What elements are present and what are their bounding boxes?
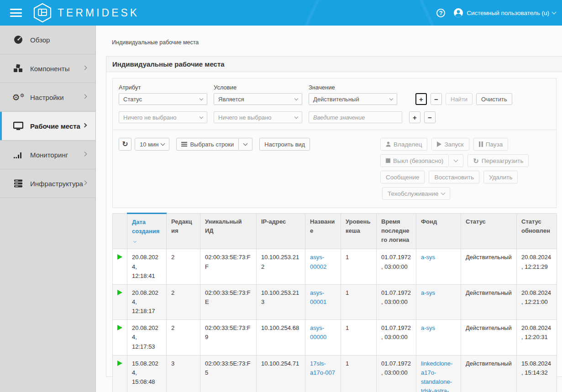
restore-button[interactable]: Восстановить (429, 171, 479, 183)
pool-link[interactable]: linkedclone-a17o-standalone-tdsk-astra-1… (421, 360, 456, 392)
chevron-down-icon (243, 141, 248, 146)
help-icon[interactable]: ? (436, 9, 445, 17)
column-header-pool[interactable]: Фонд (416, 214, 461, 249)
value-select[interactable]: Действительный (309, 93, 397, 105)
running-play-icon (117, 325, 122, 330)
attribute-label: Атрибут (119, 84, 207, 91)
refresh-button[interactable]: ↻ (119, 138, 131, 151)
clear-button[interactable]: Очистить (476, 93, 512, 105)
cell-status: Действительный (461, 284, 517, 319)
condition-select[interactable]: Является (214, 93, 302, 105)
column-header-status[interactable]: Статус (461, 214, 517, 249)
owner-button[interactable]: Владелец (380, 138, 427, 151)
column-header-uid[interactable]: Уникальный ИД (200, 214, 257, 249)
maintenance-dropdown-button[interactable]: Техобслуживание (382, 187, 450, 200)
play-icon (437, 141, 441, 147)
attribute-select-2[interactable]: Ничего не выбрано (119, 111, 207, 123)
chevron-down-icon (200, 96, 203, 100)
cell-cache-level: 1 (341, 320, 377, 355)
attribute-select[interactable]: Статус (119, 93, 207, 105)
attribute-value: Статус (123, 96, 142, 103)
owner-label: Владелец (394, 141, 422, 148)
chevron-down-icon (200, 115, 203, 118)
workplace-link[interactable]: asys-00001 (310, 289, 326, 305)
sidebar-item-monitoring[interactable]: Мониторинг (0, 141, 95, 169)
configure-view-button[interactable]: Настроить вид (259, 138, 310, 151)
main-content: Индивидуальные рабочие места Индивидуаль… (96, 26, 562, 392)
cell-last-login: 01.07.1972, 03:00:00 (377, 320, 416, 355)
column-header-ip[interactable]: IP-адрес (257, 214, 305, 249)
cell-created: 15.08.2024, 15:08:48 (127, 355, 167, 392)
start-label: Запуск (444, 141, 463, 148)
page-title: Индивидуальные рабочие места (106, 57, 562, 72)
sidebar-item-workplaces[interactable]: Рабочие места (0, 112, 95, 141)
filter-section: Атрибут Статус Условие Является (113, 78, 556, 130)
cell-name: asys-00002 (305, 249, 341, 284)
table-row[interactable]: 20.08.2024, 12:18:41202:00:33:5E:73:FF10… (113, 249, 557, 284)
select-rows-dropdown-button[interactable] (239, 138, 252, 151)
workplace-link[interactable]: asys-00002 (310, 254, 326, 270)
sidebar-item-overview[interactable]: Обзор (0, 26, 95, 54)
cell-ip: 10.100.254.71 (257, 355, 305, 392)
condition-select-2[interactable]: Ничего не выбрано (214, 111, 302, 123)
value-input[interactable] (309, 111, 402, 123)
shutdown-safe-label: Выкл (безопасно) (393, 157, 443, 164)
add-filter-button-2[interactable]: + (409, 111, 420, 123)
sidebar-item-components[interactable]: Компоненты (0, 54, 95, 83)
select-rows-button[interactable]: Выбрать строки (176, 138, 239, 151)
maintenance-label: Техобслуживание (388, 190, 439, 197)
column-header-revision[interactable]: Редакция (167, 214, 200, 249)
message-button[interactable]: Сообщение (380, 171, 425, 183)
remove-filter-button-2[interactable]: − (424, 111, 436, 123)
sidebar-item-label: Инфраструктура (30, 180, 83, 188)
cell-cache-level: 1 (341, 284, 377, 319)
shutdown-dropdown-button[interactable] (449, 154, 463, 167)
menu-hamburger-icon[interactable] (10, 9, 22, 17)
column-header-last-login[interactable]: Время последнего логина (377, 214, 416, 249)
table-row[interactable]: 20.08.2024, 12:17:53202:00:33:5E:73:F910… (113, 320, 557, 355)
row-state-cell (113, 320, 127, 355)
breadcrumb: Индивидуальные рабочие места (96, 26, 562, 46)
workplace-link[interactable]: asys-00000 (310, 324, 326, 340)
table-row[interactable]: 20.08.2024, 12:18:17202:00:33:5E:73:FE10… (113, 284, 557, 319)
refresh-interval-dropdown[interactable]: 10 мин (135, 138, 169, 151)
row-state-cell (113, 355, 127, 392)
sidebar-item-settings[interactable]: ⚙⚙ Настройки (0, 83, 95, 112)
cell-uid: 02:00:33:5E:73:F9 (200, 320, 257, 355)
workplaces-card: Индивидуальные рабочие места Атрибут Ста… (106, 56, 562, 377)
cell-name: asys-00000 (305, 320, 341, 355)
start-button[interactable]: Запуск (431, 138, 469, 151)
search-button[interactable]: Найти (446, 93, 473, 105)
cell-revision: 3 (167, 355, 200, 392)
reboot-button[interactable]: ↻ Перезагрузить (467, 154, 529, 167)
chevron-down-icon (294, 115, 298, 118)
value-label: Значение (309, 84, 397, 91)
cell-last-login: 01.07.1972, 03:00:00 (377, 249, 416, 284)
shutdown-safe-button[interactable]: Выкл (безопасно) (380, 154, 449, 167)
refresh-icon: ↻ (473, 157, 479, 164)
delete-button[interactable]: Удалить (483, 171, 518, 183)
pool-link[interactable]: a-sys (421, 324, 435, 331)
user-menu[interactable]: Системный пользователь (u) (453, 8, 556, 18)
sidebar-item-infrastructure[interactable]: Инфраструктура (0, 169, 95, 198)
chevron-right-icon (83, 123, 87, 128)
user-name: Системный пользователь (u) (467, 10, 549, 16)
sidebar-item-label: Компоненты (30, 65, 83, 73)
column-label: Дата создания (132, 219, 159, 235)
pool-link[interactable]: a-sys (421, 254, 435, 261)
column-header-name[interactable]: Название (305, 214, 341, 249)
column-header-status-updated[interactable]: Статус обновлен (517, 214, 557, 249)
pause-button[interactable]: Пауза (473, 138, 509, 151)
add-filter-button[interactable]: + (415, 93, 427, 105)
column-header-cache-level[interactable]: Уровень кеша (341, 214, 377, 249)
pool-link[interactable]: a-sys (421, 289, 435, 296)
remove-filter-button[interactable]: − (431, 93, 442, 105)
table-body: 20.08.2024, 12:18:41202:00:33:5E:73:FF10… (113, 249, 557, 392)
condition-value-2: Ничего не выбрано (218, 114, 272, 121)
cell-ip: 10.100.253.212 (257, 249, 305, 284)
column-header-created[interactable]: Дата создания (127, 214, 167, 249)
brand-name: TERMIDESK (58, 7, 139, 19)
workplace-link[interactable]: 17sls-a17o-007 (310, 360, 335, 376)
reboot-label: Перезагрузить (482, 157, 524, 164)
table-row[interactable]: 15.08.2024, 15:08:48302:00:33:5E:73:F510… (113, 355, 557, 392)
